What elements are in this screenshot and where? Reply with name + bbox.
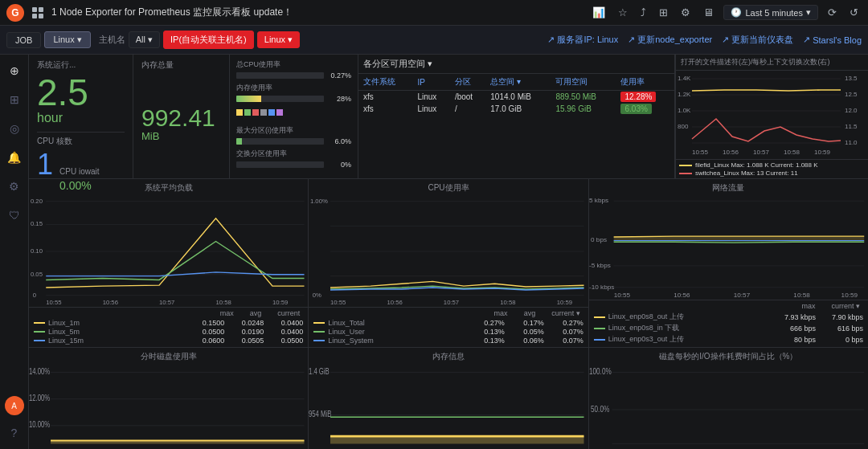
svg-text:10.00%: 10.00% bbox=[29, 420, 50, 429]
cpu-usage-label: 总CPU使用率 bbox=[236, 59, 351, 70]
fs-cell-available: 15.96 GiB bbox=[551, 103, 616, 115]
mem-chart-area: 1.4 GiB 954 MiB bbox=[309, 364, 588, 449]
load-legend-item: Linux_15m 0.0600 0.0505 0.0500 bbox=[34, 337, 303, 345]
fs-cell-total: 17.0 GiB bbox=[485, 103, 551, 115]
network-chart-panel: 网络流量 5 kbps 0 bps -5 kbps -10 kbps 10:55… bbox=[589, 179, 868, 347]
chart-btn[interactable]: 📊 bbox=[589, 5, 608, 20]
svg-text:100.0%: 100.0% bbox=[589, 366, 612, 376]
svg-text:10:56: 10:56 bbox=[103, 299, 118, 306]
fs-cell-partition: / bbox=[450, 103, 485, 115]
fs-col-filesystem[interactable]: 文件系统 bbox=[358, 74, 412, 91]
sidebar-bell-icon[interactable]: 🔔 bbox=[4, 148, 24, 167]
load-chart-title: 系统平均负载 bbox=[29, 182, 308, 195]
toolbar: JOB Linux ▾ 主机名 All ▾ IP(自动关联主机名) Linux … bbox=[0, 26, 868, 55]
load-chart-panel: 系统平均负载 0.20 0.15 0.10 0.05 0 bbox=[29, 179, 309, 347]
update-dashboard-link[interactable]: ↗ 更新当前仪表盘 bbox=[722, 34, 793, 46]
io-chart-area: 100.0% 50.0% bbox=[589, 364, 868, 449]
load-legend: maxavgcurrent Linux_1m 0.1500 0.0248 0.0… bbox=[29, 307, 308, 347]
fs-cell-total: 1014.0 MiB bbox=[485, 91, 551, 104]
svg-text:0.15: 0.15 bbox=[31, 220, 43, 227]
clock-icon: 🕐 bbox=[731, 7, 742, 18]
svg-text:10:58: 10:58 bbox=[216, 299, 231, 306]
external-link-icon4: ↗ bbox=[803, 35, 810, 45]
fs-cell-usage: 12.28% bbox=[616, 91, 674, 104]
cpu-legend: maxavgcurrent ▾ Linux_Total 0.27% 0.17% … bbox=[309, 307, 588, 347]
external-link-icon3: ↗ bbox=[722, 35, 729, 45]
svg-text:11.0: 11.0 bbox=[845, 139, 858, 146]
cpu-usage-section: 总CPU使用率 0.27% bbox=[236, 59, 351, 80]
cpu-legend-item: Linux_User 0.13% 0.05% 0.07% bbox=[313, 328, 583, 336]
cpu-chart-area: 1.00% 0% 10:55 10:56 10:57 10:58 10:59 bbox=[309, 195, 588, 307]
svg-text:50.0%: 50.0% bbox=[591, 404, 610, 414]
refresh-btn[interactable]: ⟳ bbox=[825, 5, 840, 20]
io-chart-panel: 磁盘每秒的I/O操作耗费时间占比（%） 100.0% 50.0% bbox=[589, 348, 868, 449]
network-chart-area: 5 kbps 0 bps -5 kbps -10 kbps 10:55 10:5… bbox=[589, 195, 868, 300]
svg-text:-5 kbps: -5 kbps bbox=[589, 262, 611, 268]
svg-text:12.5: 12.5 bbox=[845, 91, 858, 98]
linux-dropdown[interactable]: Linux ▾ bbox=[257, 31, 300, 48]
svg-text:0.05: 0.05 bbox=[31, 271, 43, 278]
sidebar-settings-icon[interactable]: ⚙ bbox=[6, 177, 23, 196]
sidebar-dashboard-icon[interactable]: ⊞ bbox=[6, 90, 23, 109]
mem-usage-section: 内存使用率 28% bbox=[236, 83, 351, 103]
auto-refresh-btn[interactable]: ↺ bbox=[846, 5, 862, 20]
settings-btn[interactable]: ⚙ bbox=[678, 5, 694, 20]
network-legend-item: Linux_enp0s3_out 上传 80 bps 0 bps bbox=[594, 334, 863, 345]
svg-rect-4 bbox=[268, 109, 275, 116]
svg-text:10:56: 10:56 bbox=[674, 292, 690, 299]
fs-col-total[interactable]: 总空间 ▾ bbox=[485, 74, 551, 91]
svg-text:10:56: 10:56 bbox=[723, 149, 739, 156]
fs-col-usage[interactable]: 使用率 bbox=[616, 74, 674, 91]
svg-rect-0 bbox=[236, 109, 243, 116]
time-range[interactable]: 🕐 Last 5 minutes ▾ bbox=[723, 5, 818, 20]
external-link-icon2: ↗ bbox=[628, 35, 635, 45]
fs-title: 各分区可用空间 ▾ bbox=[358, 55, 674, 74]
stats-row: 系统运行... 2.5 hour CPU 核数 1 CPU iowait 0.0… bbox=[29, 55, 868, 179]
blog-label: Starsl's Blog bbox=[813, 35, 862, 45]
topbar-actions: 📊 ☆ ⤴ ⊞ ⚙ 🖥 🕐 Last 5 minutes ▾ ⟳ ↺ bbox=[589, 5, 862, 20]
fs-col-available[interactable]: 可用空间 bbox=[551, 74, 616, 91]
topbar: G 1 Node Exporter for Prometheus 监控展示看板 … bbox=[0, 0, 868, 26]
all-dropdown[interactable]: All ▾ bbox=[129, 31, 160, 48]
svg-rect-5 bbox=[276, 109, 283, 116]
cpu-bar-panel: 总CPU使用率 0.27% 内存使用率 28% bbox=[230, 55, 358, 178]
svg-text:0%: 0% bbox=[313, 292, 321, 300]
swap-section: 交换分区使用率 0% bbox=[236, 149, 351, 169]
star-btn[interactable]: ☆ bbox=[615, 5, 631, 20]
grid-icon bbox=[32, 7, 43, 18]
uptime-value: 2.5 bbox=[37, 74, 125, 111]
svg-text:14.00%: 14.00% bbox=[29, 367, 50, 376]
display-btn[interactable]: ⊞ bbox=[656, 5, 671, 20]
load-chart-area: 0.20 0.15 0.10 0.05 0 10:55 10:56 bbox=[29, 195, 308, 307]
fs-cell-available: 889.50 MiB bbox=[551, 91, 616, 104]
ip-dropdown[interactable]: IP(自动关联主机名) bbox=[163, 31, 254, 49]
sidebar-search-icon[interactable]: ⊕ bbox=[6, 61, 23, 80]
server-ip-link[interactable]: ↗ 服务器IP: Linux bbox=[547, 34, 618, 46]
svg-text:10:57: 10:57 bbox=[733, 292, 749, 299]
monitor-btn[interactable]: 🖥 bbox=[700, 5, 717, 20]
linux-tab[interactable]: Linux ▾ bbox=[44, 31, 90, 48]
mem-chart-title: 内存信息 bbox=[309, 351, 588, 364]
main-content: ⊕ ⊞ ◎ 🔔 ⚙ 🛡 A ? 系统运行... 2.5 hour CPU 核数 bbox=[0, 55, 868, 449]
svg-text:1.4 GiB: 1.4 GiB bbox=[309, 367, 330, 376]
swap-label: 交换分区使用率 bbox=[236, 149, 351, 159]
job-tab[interactable]: JOB bbox=[6, 32, 41, 48]
blog-link[interactable]: ↗ Starsl's Blog bbox=[803, 35, 862, 45]
svg-text:10:57: 10:57 bbox=[444, 299, 459, 306]
sidebar-help-icon[interactable]: ? bbox=[8, 423, 21, 443]
sidebar-shield-icon[interactable]: 🛡 bbox=[6, 206, 23, 225]
avatar: A bbox=[5, 396, 24, 415]
fs-col-partition[interactable]: 分区 bbox=[450, 74, 485, 91]
sidebar-compass-icon[interactable]: ◎ bbox=[6, 119, 23, 138]
filedesc-legend-1: filefid_Linux Max: 1.088 K Current: 1.08… bbox=[695, 161, 818, 169]
fs-table: 文件系统 IP 分区 总空间 ▾ 可用空间 使用率 xfs Linux /boo… bbox=[358, 74, 674, 115]
max-partition-label: 最大分区(i)使用率 bbox=[236, 125, 351, 136]
update-exporter-link[interactable]: ↗ 更新node_exporter bbox=[628, 34, 712, 46]
chevron-icon: ▾ bbox=[806, 7, 811, 18]
filedesc-panel: 打开的文件描述符(左)/每秒上下文切换次数(右) 1.4K 1.2K 1.0K … bbox=[675, 55, 868, 178]
share-btn[interactable]: ⤴ bbox=[637, 5, 649, 20]
network-chart-title: 网络流量 bbox=[589, 182, 868, 195]
svg-text:0.20: 0.20 bbox=[31, 198, 43, 205]
max-partition-section: 最大分区(i)使用率 6.0% bbox=[236, 125, 351, 145]
fs-col-ip[interactable]: IP bbox=[412, 74, 450, 91]
